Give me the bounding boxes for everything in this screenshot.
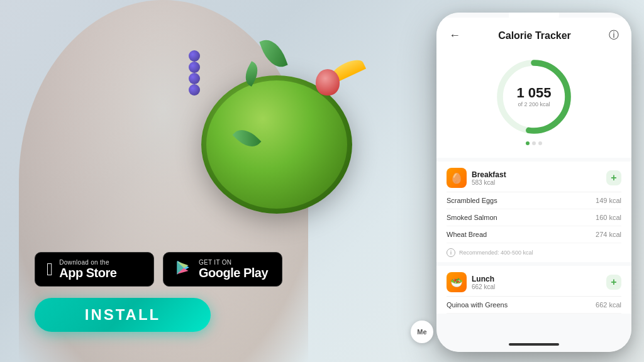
food-bowl — [189, 50, 390, 226]
info-icon[interactable]: ⓘ — [609, 29, 619, 42]
google-play-button[interactable]: GET IT ON Google Play — [163, 252, 282, 287]
breakfast-info: Breakfast 583 kcal — [472, 170, 506, 186]
lunch-kcal: 662 kcal — [472, 283, 495, 290]
recommended-icon: i — [447, 248, 455, 257]
wheat-bread-kcal: 274 kcal — [596, 231, 621, 238]
calorie-number: 1 055 — [516, 86, 551, 100]
phone-mockup: ← Calorie Tracker ⓘ 1 055 of 2 200 kcal — [436, 13, 631, 352]
blueberry-2 — [189, 62, 200, 73]
dot-2 — [532, 141, 536, 145]
quinoa-kcal: 662 kcal — [596, 301, 621, 309]
me-badge-label: Me — [417, 328, 426, 336]
phone-notch — [509, 13, 559, 25]
phone-frame: ← Calorie Tracker ⓘ 1 055 of 2 200 kcal — [436, 13, 631, 352]
lunch-item-1: Quinoa with Greens 662 kcal — [447, 297, 621, 314]
smoked-salmon-kcal: 160 kcal — [596, 214, 621, 221]
app-store-main-label: App Store — [59, 266, 116, 280]
google-play-icon — [175, 259, 192, 280]
app-title: Calorie Tracker — [498, 30, 571, 41]
app-store-top-label: Download on the — [59, 259, 116, 266]
blueberry-3 — [189, 73, 200, 84]
breakfast-header-left: 🥚 Breakfast 583 kcal — [447, 168, 506, 188]
scrambled-eggs-kcal: 149 kcal — [596, 197, 621, 204]
calorie-circle: 1 055 of 2 200 kcal — [496, 59, 572, 134]
install-label: INSTALL — [85, 306, 161, 324]
google-play-main-label: Google Play — [199, 266, 268, 280]
quinoa-name: Quinoa with Greens — [447, 301, 508, 309]
lunch-header-left: 🥗 Lunch 662 kcal — [447, 272, 495, 292]
recommended-bar: i Recommended: 400-500 kcal — [447, 243, 621, 262]
wheat-bread-name: Wheat Bread — [447, 231, 487, 238]
install-button[interactable]: INSTALL — [35, 298, 211, 332]
smoked-salmon-name: Smoked Salmon — [447, 214, 497, 221]
apple-slice — [316, 69, 340, 96]
lunch-header: 🥗 Lunch 662 kcal + — [447, 266, 621, 297]
google-play-top-label: GET IT ON — [199, 259, 268, 266]
breakfast-item-2: Smoked Salmon 160 kcal — [447, 209, 621, 226]
lunch-section: 🥗 Lunch 662 kcal + Quinoa with Greens 66… — [436, 266, 631, 314]
dot-3 — [538, 141, 542, 145]
blueberry-1 — [189, 50, 200, 62]
apple-icon:  — [47, 261, 53, 278]
lunch-icon: 🥗 — [447, 272, 467, 292]
breakfast-item-1: Scrambled Eggs 149 kcal — [447, 192, 621, 209]
breakfast-item-3: Wheat Bread 274 kcal — [447, 226, 621, 243]
blueberry-4 — [189, 84, 200, 96]
phone-screen: ← Calorie Tracker ⓘ 1 055 of 2 200 kcal — [436, 13, 631, 352]
breakfast-name: Breakfast — [472, 170, 506, 179]
bowl-circle — [201, 75, 352, 214]
back-arrow-icon[interactable]: ← — [449, 29, 460, 42]
store-buttons-container:  Download on the App Store GET IT ON Go… — [35, 252, 282, 287]
app-store-text: Download on the App Store — [59, 259, 116, 280]
calorie-dots — [526, 141, 542, 145]
lunch-name: Lunch — [472, 275, 495, 283]
breakfast-add-button[interactable]: + — [606, 170, 621, 185]
scrambled-eggs-name: Scrambled Eggs — [447, 197, 497, 204]
recommended-text: Recommended: 400-500 kcal — [459, 250, 533, 256]
dot-1 — [526, 141, 530, 145]
bowl-inner — [206, 80, 347, 209]
phone-bottom-bar — [509, 343, 559, 346]
app-store-button[interactable]:  Download on the App Store — [35, 252, 154, 287]
breakfast-header: 🥚 Breakfast 583 kcal + — [447, 162, 621, 192]
breakfast-kcal: 583 kcal — [472, 179, 506, 186]
me-badge: Me — [411, 321, 433, 343]
google-play-text: GET IT ON Google Play — [199, 259, 268, 280]
lunch-info: Lunch 662 kcal — [472, 275, 495, 290]
breakfast-section: 🥚 Breakfast 583 kcal + Scrambled Eggs 14… — [436, 162, 631, 262]
calorie-value: 1 055 of 2 200 kcal — [516, 86, 551, 107]
breakfast-icon: 🥚 — [447, 168, 467, 188]
calorie-section: 1 055 of 2 200 kcal — [436, 50, 631, 158]
lunch-add-button[interactable]: + — [606, 275, 621, 290]
calorie-sub-label: of 2 200 kcal — [516, 101, 551, 107]
